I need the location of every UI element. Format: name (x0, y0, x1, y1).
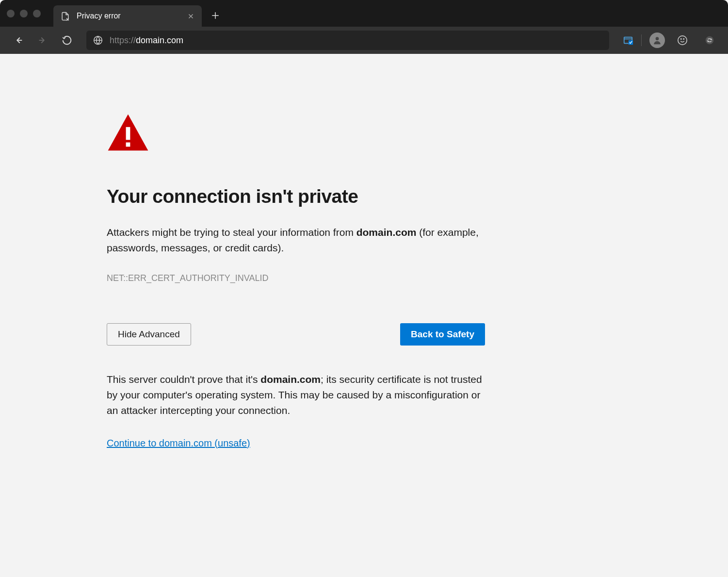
forward-button[interactable] (33, 31, 52, 50)
button-row: Hide Advanced Back to Safety (107, 323, 485, 346)
svg-point-15 (681, 39, 681, 39)
advanced-info-domain: domain.com (260, 374, 321, 385)
sync-button[interactable] (700, 31, 719, 50)
svg-point-14 (678, 36, 687, 45)
advanced-info-prefix: This server couldn't prove that it's (107, 374, 260, 385)
error-description-domain: domain.com (356, 227, 417, 238)
toolbar-divider (641, 34, 642, 46)
window-close-button[interactable] (7, 10, 15, 17)
browser-chrome: Privacy error (0, 0, 728, 54)
page-content: Your connection isn't private Attackers … (0, 54, 728, 488)
svg-point-16 (683, 39, 684, 39)
svg-rect-19 (126, 127, 130, 140)
refresh-button[interactable] (57, 31, 77, 50)
window-controls (7, 10, 41, 17)
hide-advanced-button[interactable]: Hide Advanced (107, 323, 191, 346)
new-tab-button[interactable] (206, 6, 225, 25)
tab-bar: Privacy error (0, 0, 728, 27)
error-description: Attackers might be trying to steal your … (107, 225, 485, 256)
error-heading: Your connection isn't private (107, 186, 485, 207)
svg-point-13 (656, 37, 659, 40)
url-domain: domain.com (136, 35, 183, 45)
toolbar: https://domain.com (0, 27, 728, 54)
app-guard-icon[interactable] (623, 35, 633, 46)
tab-close-button[interactable] (186, 12, 195, 20)
address-bar[interactable]: https://domain.com (86, 31, 609, 50)
privacy-error-container: Your connection isn't private Attackers … (107, 112, 495, 449)
window-maximize-button[interactable] (33, 10, 41, 17)
site-info-globe-icon[interactable] (93, 35, 103, 45)
proceed-unsafe-link[interactable]: Continue to domain.com (unsafe) (107, 438, 250, 448)
url-text: https://domain.com (110, 35, 183, 46)
tab-favicon-insecure-icon (60, 11, 70, 21)
svg-rect-20 (126, 142, 130, 147)
tab-title: Privacy error (77, 12, 179, 20)
error-description-prefix: Attackers might be trying to steal your … (107, 227, 356, 238)
profile-button[interactable] (649, 33, 665, 48)
toolbar-right (623, 31, 719, 50)
advanced-info: This server couldn't prove that it's dom… (107, 372, 485, 418)
url-protocol: https:// (110, 35, 136, 45)
back-button[interactable] (9, 31, 28, 50)
feedback-smiley-icon[interactable] (673, 31, 692, 50)
browser-tab[interactable]: Privacy error (53, 5, 202, 27)
svg-point-17 (706, 36, 714, 45)
error-code: NET::ERR_CERT_AUTHORITY_INVALID (107, 273, 485, 283)
window-minimize-button[interactable] (20, 10, 28, 17)
warning-triangle-icon (107, 112, 485, 157)
back-to-safety-button[interactable]: Back to Safety (400, 323, 485, 346)
